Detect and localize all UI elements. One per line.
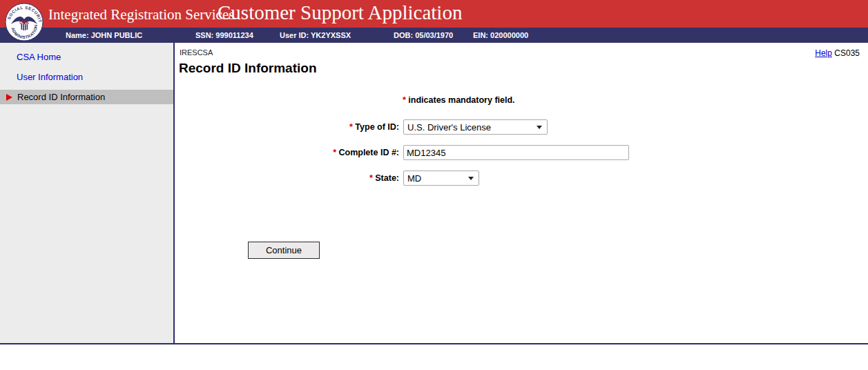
selected-arrow-icon	[6, 94, 12, 101]
user-ssn: SSN: 999011234	[195, 31, 253, 39]
dropdown-arrow-icon	[537, 126, 542, 129]
sidebar-item-user-information[interactable]: User Information	[17, 72, 83, 82]
user-dob: DOB: 05/03/1970	[394, 31, 453, 39]
bottom-divider	[0, 343, 868, 344]
complete-id-input[interactable]	[403, 145, 629, 160]
sidebar-item-record-id-information[interactable]: Record ID Information	[0, 90, 173, 104]
sidebar-divider	[173, 43, 175, 343]
continue-button[interactable]: Continue	[248, 242, 320, 259]
dropdown-arrow-icon	[468, 177, 474, 180]
user-ein: EIN: 020000000	[473, 31, 528, 39]
app-title: Customer Support Application	[218, 1, 462, 24]
state-label: * State:	[290, 173, 399, 183]
type-of-id-label: * Type of ID:	[290, 122, 399, 132]
sidebar-item-label: Record ID Information	[17, 92, 105, 102]
seal-usa-text: USA	[19, 20, 29, 25]
required-asterisk: *	[403, 95, 406, 105]
state-value: MD	[407, 173, 421, 184]
sidebar	[0, 43, 173, 343]
user-id: User ID: YK2YXSSX	[280, 31, 351, 39]
app-name: Integrated Registration Services	[48, 6, 234, 23]
page-title: Record ID Information	[179, 61, 317, 76]
state-select[interactable]: MD	[403, 171, 479, 186]
customer-support-application: SOCIAL SECURITY ADMINISTRATION USA Integ…	[0, 0, 868, 370]
sidebar-item-csa-home[interactable]: CSA Home	[17, 52, 61, 62]
type-of-id-value: U.S. Driver's License	[407, 122, 491, 133]
user-name: Name: JOHN PUBLIC	[66, 31, 142, 39]
complete-id-label: * Complete ID #:	[290, 148, 399, 157]
ssa-seal-icon: SOCIAL SECURITY ADMINISTRATION USA	[5, 3, 44, 41]
help-link[interactable]: Help	[815, 48, 832, 58]
mandatory-note: * indicates mandatory field.	[403, 95, 515, 105]
type-of-id-select[interactable]: U.S. Driver's License	[403, 119, 548, 135]
screen-id: CS035	[834, 48, 860, 58]
help-row: Help CS035	[815, 48, 860, 58]
breadcrumb-app-code: IRESCSA	[180, 48, 213, 57]
